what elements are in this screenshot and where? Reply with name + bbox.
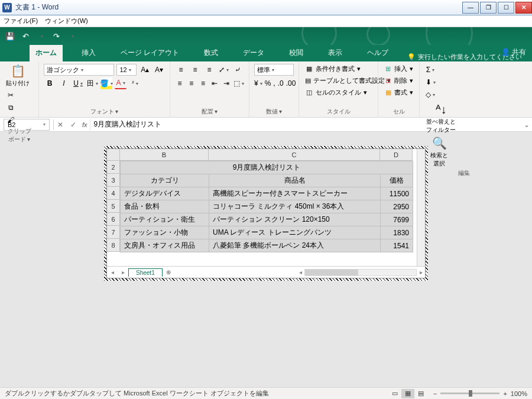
cell-category[interactable]: パーティション・衛生	[121, 213, 209, 226]
column-header-d[interactable]: D	[380, 149, 413, 161]
font-color-button[interactable]: A	[115, 77, 126, 89]
tab-data[interactable]: データ	[237, 45, 270, 61]
restore-button[interactable]: ❐	[480, 2, 497, 14]
tab-insert[interactable]: 挿入	[76, 45, 102, 61]
merge-cells-icon[interactable]: ⬚	[233, 77, 244, 89]
maximize-button[interactable]: ☐	[498, 2, 514, 14]
vertical-scrollbar[interactable]	[417, 149, 425, 266]
increase-decimal-icon[interactable]: .0	[278, 77, 284, 89]
new-sheet-button[interactable]: ⊕	[163, 269, 174, 275]
insert-cells-button[interactable]: ⊞挿入 ▾	[383, 64, 414, 74]
orientation-icon[interactable]: ⤢	[218, 64, 229, 76]
tab-home[interactable]: ホーム	[30, 45, 63, 61]
sheet-nav-next[interactable]: ▸	[118, 269, 128, 275]
cell-price[interactable]: 1830	[381, 226, 413, 239]
italic-button[interactable]: I	[58, 77, 70, 89]
bold-button[interactable]: B	[44, 77, 56, 89]
cell-header-price[interactable]: 価格	[381, 174, 413, 187]
copy-icon[interactable]: ⧉	[5, 102, 17, 113]
fill-color-button[interactable]: 🪣	[100, 77, 112, 89]
cell-price[interactable]: 2950	[381, 200, 413, 213]
name-box[interactable]: B2▾	[4, 119, 50, 131]
row-header-3[interactable]: 3	[107, 174, 120, 187]
tab-formulas[interactable]: 数式	[198, 45, 224, 61]
paste-button[interactable]: 📋 貼り付け	[5, 64, 31, 87]
row-header-7[interactable]: 7	[107, 226, 120, 239]
save-icon[interactable]: 💾	[5, 31, 15, 41]
cancel-icon[interactable]: ✕	[54, 121, 67, 129]
clear-icon[interactable]: ◇	[424, 89, 436, 100]
cell-header-item[interactable]: 商品名	[209, 174, 381, 187]
zoom-out-icon[interactable]: −	[433, 390, 437, 397]
border-button[interactable]: 田	[86, 77, 98, 89]
tab-page-layout[interactable]: ページ レイアウト	[115, 45, 185, 61]
view-page-break-icon[interactable]: ▤	[414, 389, 427, 398]
delete-cells-button[interactable]: ⊟削除 ▾	[383, 76, 414, 86]
format-as-table-button[interactable]: ▤テーブルとして書式設定 ▾	[304, 76, 373, 86]
cell-item[interactable]: パーティション スクリーン 120×150	[209, 213, 381, 226]
align-center-icon[interactable]: ≡	[187, 77, 196, 89]
find-select-button[interactable]: 🔍 検索と 選択	[424, 136, 454, 168]
cell-price[interactable]: 11500	[381, 187, 413, 200]
excel-ole-object[interactable]: 2345678 BCD 9月度購入検討リストカテゴリ商品名価格デジタルデバイス高…	[106, 148, 426, 278]
zoom-control[interactable]: − + 100%	[433, 390, 527, 397]
tab-review[interactable]: 校閲	[283, 45, 309, 61]
view-page-layout-icon[interactable]: ▦	[401, 389, 414, 398]
menu-file[interactable]: ファイル(F)	[4, 17, 38, 25]
cell-item[interactable]: UMA レディース トレーニングパンツ	[209, 226, 381, 239]
zoom-in-icon[interactable]: +	[503, 390, 507, 397]
qat-customize-dropdown[interactable]	[66, 31, 77, 41]
expand-formula-bar-icon[interactable]: ⌄	[521, 121, 532, 129]
tab-help[interactable]: ヘルプ	[361, 45, 394, 61]
view-normal-icon[interactable]: ▭	[388, 389, 401, 398]
align-bottom-icon[interactable]: ≡	[203, 64, 215, 76]
cell-price[interactable]: 1541	[381, 239, 413, 252]
menu-window[interactable]: ウィンドウ(W)	[45, 17, 88, 25]
increase-font-icon[interactable]: A▴	[139, 64, 151, 76]
wrap-text-icon[interactable]: ⤶	[232, 64, 244, 76]
cell-category[interactable]: 文房具・オフィス用品	[121, 239, 209, 252]
row-header-8[interactable]: 8	[107, 239, 120, 252]
undo-dropdown[interactable]	[35, 31, 46, 41]
horizontal-scrollbar[interactable]: ◂▸	[296, 269, 425, 276]
percent-format-icon[interactable]: %	[265, 77, 271, 89]
fx-label[interactable]: fx	[82, 121, 87, 128]
cell-item[interactable]: コリャコーラ ミルクティ 450ml × 36本入	[209, 200, 381, 213]
tab-view[interactable]: 表示	[322, 45, 348, 61]
font-name-select[interactable]: 游ゴシック	[44, 64, 114, 76]
comma-format-icon[interactable]: ,	[273, 77, 275, 89]
fill-icon[interactable]: ⬇	[424, 76, 436, 88]
sheet-nav-prev[interactable]: ◂	[107, 269, 118, 275]
enter-icon[interactable]: ✓	[67, 121, 80, 129]
formula-input[interactable]: 9月度購入検討リスト	[90, 119, 521, 131]
font-size-select[interactable]: 12	[116, 64, 137, 76]
cell-category[interactable]: 食品・飲料	[121, 200, 209, 213]
cell-price[interactable]: 7699	[381, 213, 413, 226]
number-format-select[interactable]: 標準	[254, 64, 294, 76]
minimize-button[interactable]: —	[462, 2, 479, 14]
align-top-icon[interactable]: ≡	[175, 64, 187, 76]
sheet-tab-sheet1[interactable]: Sheet1	[128, 268, 163, 277]
cut-icon[interactable]: ✂	[5, 89, 17, 101]
decrease-font-icon[interactable]: A▾	[153, 64, 165, 76]
share-button[interactable]: 👤 共有	[501, 47, 526, 57]
format-cells-button[interactable]: ▦書式 ▾	[383, 87, 414, 98]
column-header-c[interactable]: C	[209, 149, 380, 161]
close-button[interactable]: ✕	[515, 2, 532, 14]
zoom-level[interactable]: 100%	[511, 390, 527, 397]
cell-header-cat[interactable]: カテゴリ	[121, 174, 209, 187]
cell-category[interactable]: デジタルデバイス	[121, 187, 209, 200]
cell-styles-button[interactable]: ◫セルのスタイル ▾	[304, 87, 373, 98]
cell-title[interactable]: 9月度購入検討リスト	[121, 161, 413, 174]
autosum-icon[interactable]: Σ	[424, 64, 436, 76]
decrease-indent-icon[interactable]: ⇤	[210, 77, 219, 89]
column-header-b[interactable]: B	[120, 149, 209, 161]
align-right-icon[interactable]: ≡	[199, 77, 208, 89]
undo-icon[interactable]: ↶	[20, 31, 31, 41]
underline-button[interactable]: U	[72, 77, 84, 89]
align-left-icon[interactable]: ≡	[175, 77, 184, 89]
redo-icon[interactable]: ↷	[51, 31, 61, 41]
select-all-corner[interactable]	[107, 149, 120, 161]
zoom-slider[interactable]	[440, 392, 499, 394]
cell-category[interactable]: ファッション・小物	[121, 226, 209, 239]
